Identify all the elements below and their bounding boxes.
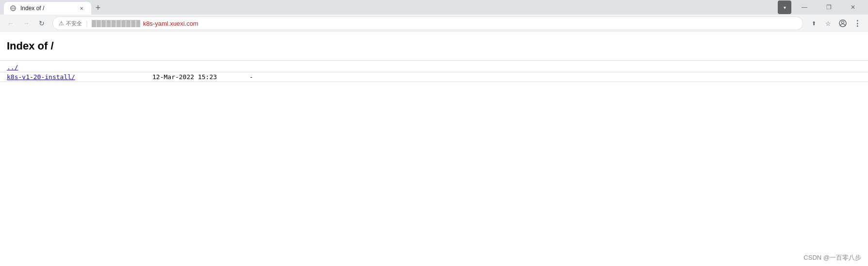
title-bar: Index of / ✕ + ▾ — ❐ ✕ — [0, 0, 868, 15]
close-button[interactable]: ✕ — [842, 0, 864, 15]
security-text: 不安全 — [66, 20, 82, 27]
minimize-button[interactable]: — — [793, 0, 816, 15]
page-content: Index of / ../ k8s-v1-20-install/ 12-Mar… — [0, 32, 868, 266]
security-indicator: ⚠ 不安全 — [59, 20, 82, 27]
address-url: k8s-yaml.xuexi.com — [143, 20, 797, 27]
address-bar: ← → ↻ ⚠ 不安全 | ██████████ k8s-yaml.xuexi.… — [0, 15, 868, 32]
tab-list-button[interactable]: ▾ — [778, 0, 791, 14]
dir-date: 12-Mar-2022 15:23 — [152, 73, 249, 81]
new-tab-button[interactable]: + — [91, 1, 105, 15]
row-divider-2 — [0, 82, 868, 82]
tab-favicon — [10, 5, 16, 12]
top-divider — [0, 60, 868, 61]
bookmark-button[interactable]: ☆ — [821, 17, 835, 30]
file-listing: ../ k8s-v1-20-install/ 12-Mar-2022 15:23… — [0, 63, 868, 82]
page-title: Index of / — [7, 40, 861, 52]
url-domain: k8s-yaml.xuexi.com — [143, 20, 198, 27]
address-actions: ⬆ ☆ ⋮ — [807, 17, 864, 30]
watermark: CSDN @一百零八步 — [803, 253, 861, 262]
tab-close-button[interactable]: ✕ — [78, 4, 85, 12]
table-row: ../ — [0, 63, 868, 72]
reload-button[interactable]: ↻ — [35, 17, 49, 30]
page-header: Index of / — [0, 36, 868, 60]
svg-point-4 — [842, 21, 844, 24]
back-button[interactable]: ← — [4, 17, 17, 30]
share-button[interactable]: ⬆ — [807, 17, 820, 30]
active-tab[interactable]: Index of / ✕ — [4, 2, 91, 15]
parent-dir-link[interactable]: ../ — [7, 64, 152, 71]
restore-button[interactable]: ❐ — [818, 0, 840, 15]
menu-button[interactable]: ⋮ — [851, 17, 864, 30]
account-button[interactable] — [836, 17, 850, 30]
title-bar-controls: — ❐ ✕ — [793, 0, 864, 15]
browser-window: Index of / ✕ + ▾ — ❐ ✕ ← → ↻ ⚠ 不安全 | ███… — [0, 0, 868, 266]
table-row: k8s-v1-20-install/ 12-Mar-2022 15:23 - — [0, 72, 868, 82]
tab-title: Index of / — [20, 5, 74, 12]
dir-size: - — [249, 73, 253, 81]
address-separator: | — [86, 19, 88, 27]
forward-button[interactable]: → — [19, 17, 33, 30]
masked-ip: ██████████ — [92, 20, 140, 27]
warning-icon: ⚠ — [59, 20, 64, 27]
tab-area: Index of / ✕ + — [4, 0, 776, 15]
dir-link-k8s[interactable]: k8s-v1-20-install/ — [7, 73, 152, 81]
address-input[interactable]: ⚠ 不安全 | ██████████ k8s-yaml.xuexi.com — [52, 17, 803, 30]
